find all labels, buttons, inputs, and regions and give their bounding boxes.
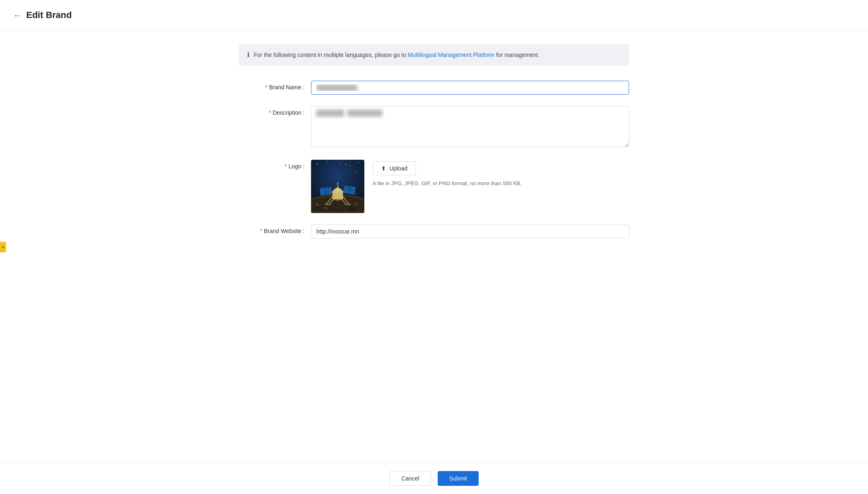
svg-point-6 xyxy=(321,170,321,170)
submit-button[interactable]: Submit xyxy=(438,471,479,486)
info-text-before: For the following content in multiple la… xyxy=(254,52,408,58)
logo-image xyxy=(311,160,364,213)
svg-point-7 xyxy=(356,172,357,172)
info-icon: ℹ xyxy=(247,51,250,59)
svg-point-2 xyxy=(327,162,328,163)
upload-icon: ⬆ xyxy=(381,165,386,172)
brand-name-control xyxy=(311,81,629,95)
description-label: *Description : xyxy=(239,106,304,116)
svg-point-9 xyxy=(345,164,346,165)
brand-name-label: *Brand Name : xyxy=(239,81,304,91)
logo-control: ⬆ Upload A file in JPG, JPEG, GIF, or PN… xyxy=(311,160,629,213)
svg-point-14 xyxy=(347,207,357,211)
logo-required-star: * xyxy=(285,163,287,170)
logo-upload-area: ⬆ Upload A file in JPG, JPEG, GIF, or PN… xyxy=(373,160,522,186)
brand-website-row: *Brand Website : xyxy=(239,224,629,238)
main-content: ℹ For the following content in multiple … xyxy=(0,31,868,462)
form-section: *Brand Name : *Description : ████████ ██… xyxy=(239,81,629,238)
brand-name-input[interactable] xyxy=(311,81,629,95)
svg-point-27 xyxy=(328,204,331,205)
logo-preview xyxy=(311,160,364,213)
svg-point-17 xyxy=(353,202,359,206)
brand-website-input[interactable] xyxy=(311,224,629,238)
footer-bar: Cancel Submit xyxy=(0,462,868,494)
svg-point-43 xyxy=(337,183,339,184)
upload-button-label: Upload xyxy=(389,165,407,172)
svg-point-18 xyxy=(324,207,327,209)
svg-point-16 xyxy=(315,204,319,206)
multilingual-link[interactable]: Multilingual Management Platform xyxy=(408,52,495,58)
brand-website-control xyxy=(311,224,629,238)
svg-point-5 xyxy=(358,162,359,163)
page-title: Edit Brand xyxy=(26,10,72,20)
logo-section: ⬆ Upload A file in JPG, JPEG, GIF, or PN… xyxy=(311,160,629,213)
form-wrapper: ℹ For the following content in multiple … xyxy=(229,44,639,238)
brand-website-required-star: * xyxy=(260,228,262,234)
description-row: *Description : ████████ ██████████ xyxy=(239,106,629,148)
upload-button[interactable]: ⬆ Upload xyxy=(373,161,416,175)
info-text-after: for management. xyxy=(495,52,540,58)
svg-point-8 xyxy=(333,168,334,168)
info-banner: ℹ For the following content in multiple … xyxy=(239,44,629,66)
back-button[interactable]: ← xyxy=(13,11,21,20)
logo-row: *Logo : xyxy=(239,160,629,213)
cancel-button[interactable]: Cancel xyxy=(389,471,431,486)
svg-point-10 xyxy=(315,176,315,177)
svg-point-3 xyxy=(339,163,340,163)
upload-hint: A file in JPG, JPEG, GIF, or PNG format,… xyxy=(373,180,522,186)
svg-point-4 xyxy=(350,166,350,167)
description-required-star: * xyxy=(269,109,271,116)
svg-point-15 xyxy=(329,209,334,211)
svg-point-1 xyxy=(317,163,318,164)
brand-website-label: *Brand Website : xyxy=(239,224,304,234)
brand-name-required-star: * xyxy=(265,84,267,91)
svg-point-44 xyxy=(334,198,341,201)
brand-name-row: *Brand Name : xyxy=(239,81,629,95)
logo-label: *Logo : xyxy=(239,160,304,170)
side-tab[interactable]: » xyxy=(0,242,6,252)
svg-point-28 xyxy=(344,204,348,205)
description-control: ████████ ██████████ xyxy=(311,106,629,148)
info-banner-text: For the following content in multiple la… xyxy=(254,50,539,59)
page-header: ← Edit Brand xyxy=(0,0,868,31)
description-input[interactable]: ████████ ██████████ xyxy=(311,106,629,147)
